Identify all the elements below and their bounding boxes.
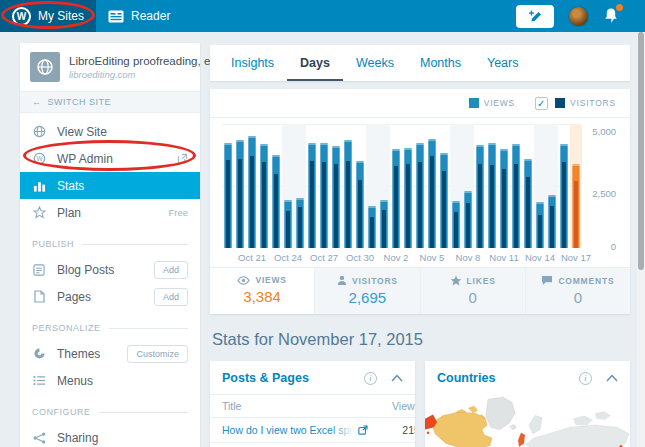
post-views: 157 bbox=[380, 443, 415, 447]
x-axis-label: Nov 11 bbox=[489, 252, 518, 263]
chart-bar[interactable] bbox=[498, 124, 510, 248]
sidebar-item-view-site[interactable]: View Site bbox=[20, 118, 200, 145]
views-swatch-icon bbox=[469, 98, 479, 108]
chart-bar[interactable] bbox=[318, 124, 330, 248]
legend-views[interactable]: VIEWS bbox=[469, 98, 515, 108]
posts-pages-title[interactable]: Posts & Pages bbox=[222, 371, 309, 385]
views-value: 3,384 bbox=[210, 288, 314, 305]
stats-chart-card: VIEWS ✓ VISITORS 5,000 2,500 0 bbox=[210, 89, 630, 314]
current-site-card[interactable]: LibroEditing proofreading, ed... libroed… bbox=[20, 43, 200, 91]
chart-bar[interactable] bbox=[378, 124, 390, 248]
chart-bar[interactable] bbox=[354, 124, 366, 248]
chart-bar[interactable] bbox=[534, 124, 546, 248]
chart-bar[interactable] bbox=[510, 124, 522, 248]
chart-bar[interactable] bbox=[366, 124, 378, 248]
chart-bar[interactable] bbox=[486, 124, 498, 248]
chart-bar[interactable] bbox=[438, 124, 450, 248]
chart-bar[interactable] bbox=[558, 124, 570, 248]
chart-bar[interactable] bbox=[390, 124, 402, 248]
tab-months[interactable]: Months bbox=[407, 45, 474, 81]
chart-bar[interactable] bbox=[546, 124, 558, 248]
x-axis-label: Oct 27 bbox=[310, 252, 338, 263]
visitor-person-icon bbox=[337, 275, 347, 286]
menus-icon bbox=[32, 375, 46, 386]
chart-bar[interactable] bbox=[330, 124, 342, 248]
visitors-checkbox[interactable]: ✓ bbox=[535, 97, 548, 110]
chart-bar[interactable] bbox=[402, 124, 414, 248]
external-link-icon bbox=[358, 425, 368, 435]
sidebar-item-blog-posts[interactable]: Blog Posts Add bbox=[20, 256, 200, 283]
sidebar-item-menus[interactable]: Menus bbox=[20, 367, 200, 394]
info-icon[interactable]: i bbox=[579, 372, 592, 385]
chart-bar[interactable] bbox=[294, 124, 306, 248]
chart-bar[interactable] bbox=[474, 124, 486, 248]
chevron-up-icon[interactable] bbox=[606, 374, 618, 382]
chart-bar[interactable] bbox=[258, 124, 270, 248]
summary-likes[interactable]: LIKES 0 bbox=[420, 268, 525, 314]
chart-bar[interactable] bbox=[306, 124, 318, 248]
user-avatar[interactable] bbox=[569, 7, 588, 26]
sidebar-item-plan[interactable]: Plan Free bbox=[20, 199, 200, 226]
chart-bar[interactable] bbox=[270, 124, 282, 248]
post-views: 215 bbox=[380, 418, 415, 443]
chart-bar[interactable] bbox=[450, 124, 462, 248]
post-link[interactable]: How do I view two Excel spreadshee bbox=[222, 424, 368, 436]
reader-icon bbox=[108, 10, 124, 23]
chart-bar[interactable] bbox=[522, 124, 534, 248]
tab-weeks[interactable]: Weeks bbox=[343, 45, 407, 81]
chart-bar[interactable] bbox=[462, 124, 474, 248]
summary-comments[interactable]: COMMENTS 0 bbox=[525, 268, 630, 314]
customize-theme-button[interactable]: Customize bbox=[127, 345, 188, 363]
reader-button[interactable]: Reader bbox=[96, 0, 182, 32]
sidebar-menu: View Site W WP Admin Stats bbox=[20, 113, 200, 447]
stats-summary: VIEWS 3,384 VISITORS 2,695 LIKES bbox=[210, 267, 630, 314]
col-title: Title bbox=[210, 395, 380, 418]
chart-bar[interactable] bbox=[234, 124, 246, 248]
x-axis-label: Nov 5 bbox=[420, 252, 445, 263]
sidebar-item-sharing[interactable]: Sharing bbox=[20, 424, 200, 447]
countries-title[interactable]: Countries bbox=[437, 371, 495, 385]
chart-bar[interactable] bbox=[246, 124, 258, 248]
add-blog-post-button[interactable]: Add bbox=[154, 261, 188, 279]
chart-bar[interactable] bbox=[342, 124, 354, 248]
my-sites-button[interactable]: W My Sites bbox=[0, 0, 96, 32]
sidebar-item-stats[interactable]: Stats bbox=[20, 172, 200, 199]
wordpress-icon: W bbox=[32, 152, 46, 165]
chart-bar[interactable] bbox=[414, 124, 426, 248]
col-views: Views bbox=[380, 395, 415, 418]
summary-views[interactable]: VIEWS 3,384 bbox=[210, 268, 314, 314]
chart-bar[interactable] bbox=[282, 124, 294, 248]
table-row[interactable]: How do I view two Excel spreadshee 215 bbox=[210, 418, 415, 443]
sidebar-item-pages[interactable]: Pages Add bbox=[20, 283, 200, 310]
chart-legend: VIEWS ✓ VISITORS bbox=[210, 89, 630, 118]
tab-years[interactable]: Years bbox=[474, 45, 532, 81]
chevron-up-icon[interactable] bbox=[391, 374, 403, 382]
chart-bar[interactable] bbox=[222, 124, 234, 248]
legend-visitors[interactable]: ✓ VISITORS bbox=[535, 97, 616, 110]
add-page-button[interactable]: Add bbox=[154, 288, 188, 306]
x-axis-label: Nov 14 bbox=[525, 252, 555, 263]
table-row[interactable]: Table of figures and table of tables 157 bbox=[210, 443, 415, 447]
tab-days[interactable]: Days bbox=[287, 45, 343, 81]
chart-bar[interactable] bbox=[570, 124, 582, 248]
world-map bbox=[425, 394, 630, 447]
posts-icon bbox=[32, 264, 46, 276]
info-icon[interactable]: i bbox=[364, 372, 377, 385]
sidebar-item-wp-admin[interactable]: W WP Admin bbox=[20, 145, 200, 172]
chart-y-axis: 5,000 2,500 0 bbox=[582, 124, 630, 248]
summary-visitors[interactable]: VISITORS 2,695 bbox=[314, 268, 419, 314]
stats-date-heading: Stats for November 17, 2015 bbox=[212, 330, 630, 349]
tab-insights[interactable]: Insights bbox=[218, 45, 287, 81]
main-content: Insights Days Weeks Months Years VIEWS ✓… bbox=[205, 32, 645, 447]
comment-icon bbox=[541, 275, 553, 286]
back-arrow-icon: ← bbox=[32, 97, 42, 107]
switch-site-button[interactable]: ← SWITCH SITE bbox=[20, 91, 200, 113]
new-post-button[interactable] bbox=[516, 5, 554, 28]
x-axis-label: Oct 24 bbox=[274, 252, 302, 263]
chart-bar[interactable] bbox=[426, 124, 438, 248]
scrollbar[interactable] bbox=[637, 32, 645, 447]
notifications-button[interactable] bbox=[603, 7, 621, 25]
eye-icon bbox=[237, 276, 250, 285]
sidebar-item-themes[interactable]: Themes Customize bbox=[20, 340, 200, 367]
scrollbar-thumb[interactable] bbox=[638, 32, 644, 270]
